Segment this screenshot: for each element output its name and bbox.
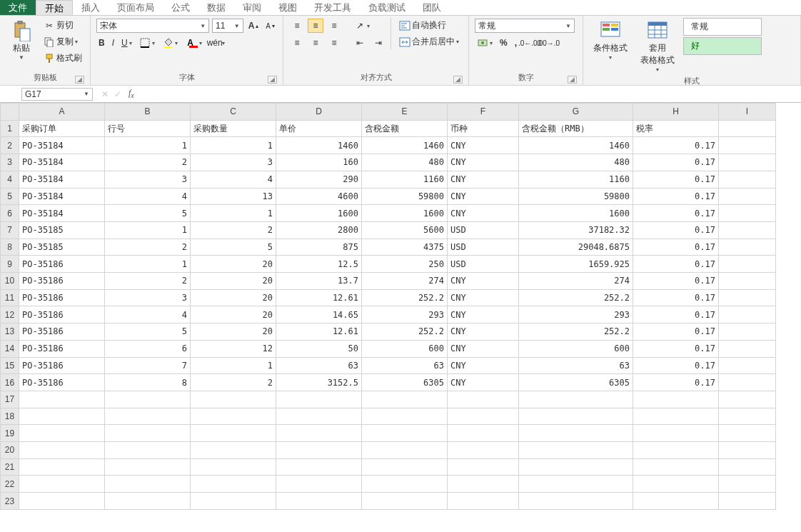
cell[interactable]	[719, 289, 776, 306]
col-header-E[interactable]: E	[362, 104, 448, 121]
cell[interactable]: 3	[191, 154, 276, 171]
tab-审阅[interactable]: 审阅	[234, 0, 270, 15]
cell[interactable]	[633, 476, 719, 493]
cell[interactable]: 0.17	[633, 357, 719, 374]
cell[interactable]: 1460	[362, 137, 448, 154]
cell[interactable]: 13.7	[276, 273, 362, 290]
cell[interactable]: CNY	[448, 154, 519, 171]
cell[interactable]: 1	[105, 221, 191, 239]
cell[interactable]	[191, 458, 276, 476]
cell[interactable]: 37182.32	[519, 221, 633, 239]
cell[interactable]: USD	[448, 221, 519, 239]
cell[interactable]	[519, 391, 633, 408]
cell[interactable]: PO-35184	[19, 137, 105, 154]
cell[interactable]: CNY	[448, 205, 519, 222]
cell[interactable]	[276, 458, 362, 476]
decrease-decimal-button[interactable]: .00→.0	[540, 36, 556, 50]
cell[interactable]	[719, 154, 776, 171]
cell[interactable]: 480	[362, 154, 448, 171]
number-dialog-launcher[interactable]: ◢	[568, 76, 577, 84]
cell[interactable]: 0.17	[633, 273, 719, 290]
row-header-3[interactable]: 3	[1, 154, 19, 171]
cell[interactable]: PO-35184	[19, 154, 105, 171]
cell[interactable]: 252.2	[519, 323, 633, 341]
cell[interactable]: 0.17	[633, 306, 719, 323]
cell[interactable]	[719, 137, 776, 154]
cell[interactable]: 480	[519, 154, 633, 171]
shrink-font-button[interactable]: A▾	[263, 21, 277, 31]
row-header-13[interactable]: 13	[1, 323, 19, 341]
merge-center-button[interactable]: 合并后居中▾	[397, 34, 461, 49]
row-header-14[interactable]: 14	[1, 340, 19, 357]
italic-button[interactable]: I	[110, 36, 116, 49]
tab-公式[interactable]: 公式	[163, 0, 198, 15]
row-header-11[interactable]: 11	[1, 289, 19, 306]
cell[interactable]	[105, 476, 191, 493]
col-header-C[interactable]: C	[191, 104, 276, 121]
header-cell[interactable]: 采购数量	[191, 120, 276, 137]
cell[interactable]	[448, 425, 519, 442]
cut-button[interactable]: ✂ 剪切	[41, 18, 84, 33]
cell[interactable]: 5	[105, 323, 191, 341]
cell[interactable]	[362, 458, 448, 476]
cell[interactable]	[105, 493, 191, 510]
cell[interactable]	[19, 425, 105, 442]
cell[interactable]	[448, 442, 519, 459]
cell[interactable]: 63	[276, 357, 362, 374]
tab-数据[interactable]: 数据	[198, 0, 234, 15]
cell[interactable]	[719, 408, 776, 425]
number-format-select[interactable]: 常规▼	[475, 19, 575, 33]
cell[interactable]: 0.17	[633, 154, 719, 171]
indent-decrease-button[interactable]: ⇤	[352, 36, 368, 50]
header-cell[interactable]: 含税金额（RMB）	[519, 120, 633, 137]
cell[interactable]: 3152.5	[276, 374, 362, 391]
cell-styles-gallery[interactable]: 常规 好	[683, 18, 762, 55]
tab-视图[interactable]: 视图	[270, 0, 306, 15]
font-size-select[interactable]: 11▼	[212, 19, 243, 33]
cell[interactable]: 6305	[519, 374, 633, 391]
increase-decimal-button[interactable]: .0←.00	[522, 36, 538, 50]
cell[interactable]: 1	[191, 205, 276, 222]
row-header-16[interactable]: 16	[1, 374, 19, 391]
cell[interactable]	[519, 458, 633, 476]
row-header-10[interactable]: 10	[1, 273, 19, 290]
cell[interactable]: 1160	[519, 171, 633, 188]
cell[interactable]	[448, 458, 519, 476]
cell[interactable]	[633, 425, 719, 442]
align-center-button[interactable]: ≡	[308, 36, 323, 50]
cell[interactable]	[19, 476, 105, 493]
cell[interactable]	[191, 408, 276, 425]
cell[interactable]: 20	[191, 273, 276, 290]
cell[interactable]: 4600	[276, 188, 362, 205]
format-painter-button[interactable]: 格式刷	[41, 51, 84, 66]
style-good[interactable]: 好	[683, 37, 762, 55]
cell[interactable]	[448, 493, 519, 510]
cell[interactable]	[448, 391, 519, 408]
col-header-A[interactable]: A	[19, 104, 105, 121]
cell[interactable]: 6	[105, 340, 191, 357]
tab-开始[interactable]: 开始	[36, 0, 73, 15]
cell[interactable]: 600	[519, 340, 633, 357]
cell[interactable]: 293	[519, 306, 633, 323]
cell[interactable]	[633, 493, 719, 510]
cell[interactable]	[105, 408, 191, 425]
cell[interactable]	[19, 408, 105, 425]
cell[interactable]: CNY	[448, 340, 519, 357]
cell[interactable]: CNY	[448, 323, 519, 341]
tab-插入[interactable]: 插入	[73, 0, 109, 15]
cell[interactable]: 2	[105, 273, 191, 290]
row-header-6[interactable]: 6	[1, 205, 19, 222]
cell[interactable]	[276, 391, 362, 408]
cell[interactable]	[719, 239, 776, 256]
cell[interactable]: CNY	[448, 306, 519, 323]
row-header-21[interactable]: 21	[1, 458, 19, 476]
cell[interactable]	[719, 221, 776, 239]
header-cell[interactable]: 行号	[105, 120, 191, 137]
cell[interactable]	[19, 391, 105, 408]
cell[interactable]	[719, 357, 776, 374]
indent-increase-button[interactable]: ⇥	[371, 36, 386, 50]
tab-开发工具[interactable]: 开发工具	[306, 0, 360, 15]
header-cell[interactable]: 币种	[448, 120, 519, 137]
row-header-17[interactable]: 17	[1, 391, 19, 408]
row-header-23[interactable]: 23	[1, 493, 19, 510]
